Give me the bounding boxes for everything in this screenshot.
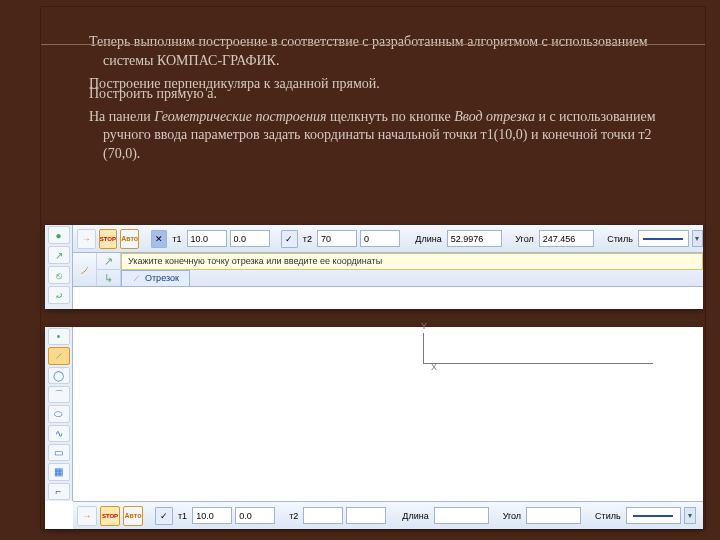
style-selector[interactable] [638,230,689,247]
tool-button[interactable]: ↗ [48,246,70,264]
dropdown-icon[interactable]: ▾ [692,230,703,247]
para-4: На панели Геометрические построения щелк… [89,108,669,165]
aux-button[interactable]: ↳ [97,270,120,286]
angle-input[interactable] [539,230,594,247]
hint-bar: ⟋ ↗ ↳ Укажите конечную точку отрезка или… [73,253,703,287]
length-label: Длина [413,234,443,244]
t2-toggle[interactable]: ✓ [281,230,298,248]
aux-button[interactable]: ↗ [97,253,120,270]
t2-x-input[interactable] [317,230,357,247]
tool-rect-icon[interactable]: ▭ [48,444,70,461]
length-label: Длина [400,511,430,521]
angle-label: Угол [501,511,523,521]
t2-label: т2 [287,511,300,521]
drawing-canvas[interactable]: Y X [73,327,703,501]
t2-label: т2 [301,234,314,244]
tool-hatch-icon[interactable]: ▦ [48,463,70,480]
t1-toggle[interactable]: ✕ [151,230,168,248]
parameter-bar: → STOP Авто ✓ т1 т2 Длина Угол Стиль ▾ [73,501,703,529]
axis-y-label: Y [421,321,427,331]
tool-segment-icon[interactable]: ⟋ [48,347,70,364]
para-4c: щелкнуть по кнопке [327,109,455,124]
line-sample-icon [643,238,683,240]
axis-y-line [423,333,424,363]
tool-arc-icon[interactable]: ⌒ [48,386,70,403]
para-4a: На панели [89,109,154,124]
dropdown-icon[interactable]: ▾ [684,507,696,524]
para-1: Теперь выполним построение в соответстви… [89,33,669,71]
status-message: Укажите конечную точку отрезка или введи… [121,253,703,270]
stop-button[interactable]: STOP [99,229,118,249]
vertical-toolbar: ● ↗ ⎋ ⤾ [45,225,73,309]
angle-label: Угол [513,234,535,244]
tool-button[interactable]: ⤾ [48,286,70,304]
tool-point-icon[interactable]: • [48,328,70,345]
segment-tool-icon[interactable]: ⟋ [73,253,97,286]
t1-label: т1 [170,234,183,244]
axis-x-label: X [431,362,437,372]
tool-button[interactable]: ⌐ [48,483,70,500]
length-input[interactable] [434,507,489,524]
length-input[interactable] [447,230,502,247]
auto-button[interactable]: Авто [123,506,143,526]
slide: Теперь выполним построение в соответстви… [40,6,706,530]
kompas-panel-bottom: • ⟋ ◯ ⌒ ⬭ ∿ ▭ ▦ ⌐ Y X → STOP Авто ✓ т1 [45,327,703,529]
t1-y-input[interactable] [230,230,270,247]
line-sample-icon [633,515,673,517]
vertical-toolbar: • ⟋ ◯ ⌒ ⬭ ∿ ▭ ▦ ⌐ [45,327,73,501]
t2-y-input[interactable] [346,507,386,524]
create-button[interactable]: → [77,506,97,526]
t1-y-input[interactable] [235,507,275,524]
style-label: Стиль [605,234,635,244]
tool-ellipse-icon[interactable]: ⬭ [48,405,70,422]
t1-x-input[interactable] [187,230,227,247]
kompas-panel-top: ● ↗ ⎋ ⤾ → STOP Авто ✕ т1 ✓ т2 Длина Угол [45,225,703,309]
auto-button[interactable]: Авто [120,229,139,249]
tool-circle-icon[interactable]: ◯ [48,367,70,384]
tool-button[interactable]: ● [48,226,70,244]
tab-segment[interactable]: ⟋ Отрезок [121,270,190,286]
stop-button[interactable]: STOP [100,506,120,526]
create-button[interactable]: → [77,229,96,249]
aux-col: ↗ ↳ [97,253,121,286]
axis-x-line [423,363,653,364]
style-label: Стиль [593,511,623,521]
t2-x-input[interactable] [303,507,343,524]
t1-label: т1 [176,511,189,521]
slide-text: Теперь выполним построение в соответстви… [41,7,705,178]
tool-spline-icon[interactable]: ∿ [48,425,70,442]
t2-y-input[interactable] [360,230,400,247]
angle-input[interactable] [526,507,581,524]
t1-x-input[interactable] [192,507,232,524]
divider [41,44,705,45]
segment-icon: ⟋ [132,273,141,283]
style-selector[interactable] [626,507,681,524]
parameter-bar: → STOP Авто ✕ т1 ✓ т2 Длина Угол Стиль ▾ [73,225,703,253]
tab-label: Отрезок [145,273,179,283]
para-4b: Геометрические построения [154,109,326,124]
para-4d: Ввод отрезка [454,109,535,124]
tool-button[interactable]: ⎋ [48,266,70,284]
t1-toggle[interactable]: ✓ [155,507,173,525]
